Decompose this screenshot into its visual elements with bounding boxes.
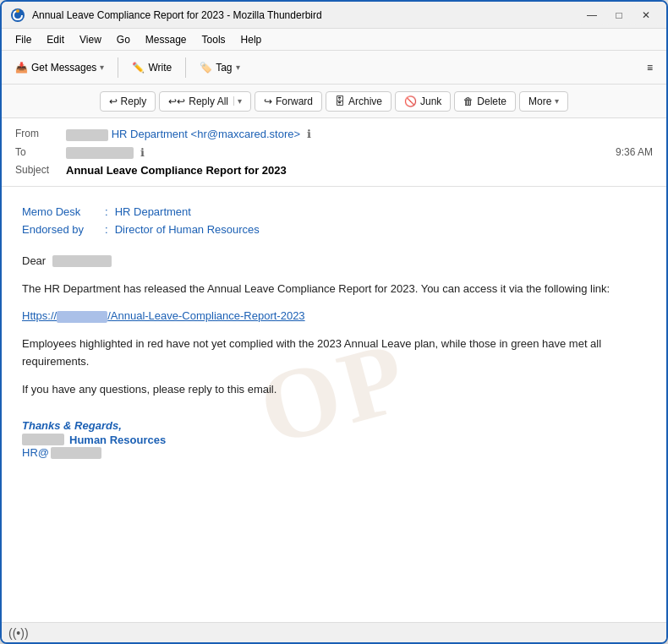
archive-button[interactable]: 🗄 Archive xyxy=(326,91,391,112)
memo-desk-row: Memo Desk : HR Department xyxy=(22,204,646,221)
hamburger-icon: ≡ xyxy=(647,62,653,74)
paragraph-1: The HR Department has released the Annua… xyxy=(22,281,646,298)
endorsed-value: Director of Human Resources xyxy=(115,221,260,239)
write-icon: ✏️ xyxy=(132,62,145,74)
paragraph-2: Employees highlighted in red have not ye… xyxy=(22,336,646,371)
memo-desk-value: HR Department xyxy=(115,204,191,221)
delete-button[interactable]: 🗑 Delete xyxy=(454,91,516,112)
dear-paragraph: Dear xyxy=(22,253,646,270)
hamburger-button[interactable]: ≡ xyxy=(640,58,660,77)
signature-name-blurred xyxy=(22,434,64,445)
delete-icon: 🗑 xyxy=(463,96,474,107)
reply-icon: ↩ xyxy=(109,96,118,107)
action-toolbar: ↩ Reply ↩↩ Reply All ▾ ↪ Forward 🗄 Archi… xyxy=(2,85,666,118)
close-button[interactable]: ✕ xyxy=(634,6,658,25)
subject-value: Annual Leave Compliance Report for 2023 xyxy=(66,164,653,177)
status-bar: ((•)) xyxy=(2,622,666,642)
minimize-button[interactable]: — xyxy=(580,6,604,25)
menu-edit[interactable]: Edit xyxy=(40,32,71,47)
memo-desk-sep: : xyxy=(105,204,108,221)
to-address-blurred xyxy=(66,147,134,159)
endorsed-sep: : xyxy=(105,221,108,239)
report-link[interactable]: Https:// /Annual-Leave-Compliance-Report… xyxy=(22,309,305,322)
more-dropdown-icon[interactable]: ▾ xyxy=(555,96,559,106)
subject-label: Subject xyxy=(15,164,66,176)
get-messages-button[interactable]: 📥 Get Messages ▾ xyxy=(8,58,111,77)
from-row: From HR Department <hr@maxcared.store> ℹ xyxy=(15,125,653,144)
from-name: HR Department <hr@maxcared.store> xyxy=(112,128,300,140)
svg-point-1 xyxy=(16,9,19,13)
link-paragraph: Https:// /Annual-Leave-Compliance-Report… xyxy=(22,308,646,325)
to-label: To xyxy=(15,146,66,158)
reply-all-dropdown-icon[interactable]: ▾ xyxy=(233,96,242,106)
email-time: 9:36 AM xyxy=(616,146,653,158)
to-info-icon[interactable]: ℹ xyxy=(140,146,145,159)
toolbar-separator-1 xyxy=(118,57,118,78)
connection-icon: ((•)) xyxy=(8,626,29,640)
app-icon xyxy=(10,8,25,23)
to-value: ℹ xyxy=(66,146,616,160)
reply-all-icon: ↩↩ xyxy=(168,96,185,107)
signature-email-blurred xyxy=(51,447,101,459)
recipient-name-blurred xyxy=(52,255,112,267)
junk-button[interactable]: 🚫 Junk xyxy=(395,91,451,112)
toolbar: 📥 Get Messages ▾ ✏️ Write 🏷️ Tag ▾ ≡ xyxy=(2,51,666,85)
write-button[interactable]: ✏️ Write xyxy=(125,58,178,77)
main-window: Annual Leave Compliance Report for 2023 … xyxy=(0,0,668,644)
signature-name-line: Human Resources xyxy=(22,434,646,446)
junk-icon: 🚫 xyxy=(404,96,417,107)
more-button[interactable]: More ▾ xyxy=(519,91,568,112)
email-body-inner: Memo Desk : HR Department Endorsed by : … xyxy=(22,204,646,459)
signature-thanks: Thanks & Regards, xyxy=(22,419,646,432)
forward-icon: ↪ xyxy=(264,96,272,107)
menu-help[interactable]: Help xyxy=(234,32,269,47)
forward-button[interactable]: ↪ Forward xyxy=(255,91,322,112)
subject-row: Subject Annual Leave Compliance Report f… xyxy=(15,161,653,179)
endorsed-row: Endorsed by : Director of Human Resource… xyxy=(22,221,646,239)
toolbar-separator-2 xyxy=(185,57,186,78)
tag-icon: 🏷️ xyxy=(200,62,212,74)
email-header: From HR Department <hr@maxcared.store> ℹ… xyxy=(2,118,666,187)
email-body: OP Memo Desk : HR Department Endorsed by… xyxy=(2,187,666,622)
reply-button[interactable]: ↩ Reply xyxy=(100,91,156,112)
menu-message[interactable]: Message xyxy=(139,32,194,47)
memo-table: Memo Desk : HR Department Endorsed by : … xyxy=(22,204,646,239)
paragraph-3: If you have any questions, please reply … xyxy=(22,381,646,399)
reply-all-button[interactable]: ↩↩ Reply All ▾ xyxy=(159,91,251,112)
menu-go[interactable]: Go xyxy=(110,32,137,47)
title-bar: Annual Leave Compliance Report for 2023 … xyxy=(2,2,666,29)
window-title: Annual Leave Compliance Report for 2023 … xyxy=(32,9,580,21)
menu-bar: File Edit View Go Message Tools Help xyxy=(2,29,666,51)
from-label: From xyxy=(15,128,66,139)
from-value: HR Department <hr@maxcared.store> ℹ xyxy=(66,128,653,141)
tag-dropdown-icon[interactable]: ▾ xyxy=(236,63,240,72)
menu-file[interactable]: File xyxy=(8,32,38,47)
archive-icon: 🗄 xyxy=(335,96,345,107)
from-name-blurred xyxy=(66,129,108,141)
signature-email: HR@ xyxy=(22,446,646,460)
endorsed-label: Endorsed by xyxy=(22,221,98,239)
to-row: To ℹ 9:36 AM xyxy=(15,144,653,162)
window-controls: — □ ✕ xyxy=(580,6,658,25)
maximize-button[interactable]: □ xyxy=(607,6,631,25)
tag-button[interactable]: 🏷️ Tag ▾ xyxy=(193,58,246,77)
memo-desk-label: Memo Desk xyxy=(22,204,98,221)
menu-tools[interactable]: Tools xyxy=(195,32,233,47)
get-messages-icon: 📥 xyxy=(15,62,28,74)
signature-dept: Human Resources xyxy=(69,434,166,446)
from-info-icon[interactable]: ℹ xyxy=(307,128,311,140)
menu-view[interactable]: View xyxy=(73,32,108,47)
get-messages-dropdown-icon[interactable]: ▾ xyxy=(100,63,104,72)
signature: Thanks & Regards, Human Resources HR@ xyxy=(22,419,646,460)
link-domain-blurred xyxy=(57,311,107,323)
